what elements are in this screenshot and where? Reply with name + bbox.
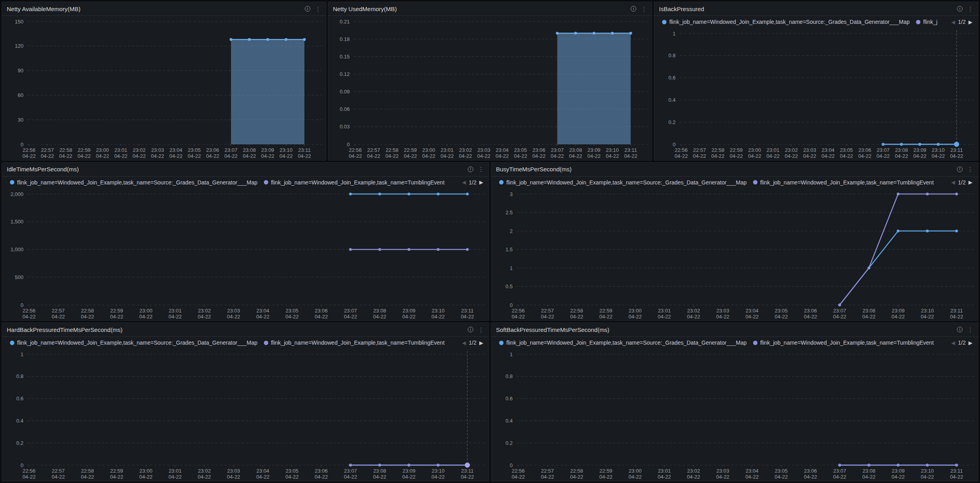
legend-next-icon[interactable] — [968, 340, 972, 345]
kebab-menu-icon[interactable] — [967, 6, 973, 12]
svg-text:23:11: 23:11 — [461, 308, 474, 314]
legend-item[interactable]: flink_job_name=Windowed_Join_Example,tas… — [753, 179, 934, 186]
info-icon[interactable] — [957, 327, 963, 332]
info-icon[interactable] — [468, 327, 473, 332]
panel-header-actions — [468, 166, 484, 172]
svg-text:04-22: 04-22 — [285, 474, 298, 480]
svg-text:0.8: 0.8 — [668, 52, 676, 58]
svg-text:04-22: 04-22 — [541, 314, 554, 320]
panel-netty-used-memory: Netty UsedMemory(MB) 00.030.060.090.120.… — [328, 2, 653, 161]
time-series-plot[interactable]: 00.20.40.60.8122:5604-2222:5704-2222:580… — [491, 349, 978, 481]
legend-label: flink_j — [923, 19, 937, 25]
series-color-dot-icon — [264, 180, 268, 184]
svg-text:23:11: 23:11 — [624, 147, 637, 153]
svg-text:04-22: 04-22 — [785, 153, 798, 159]
svg-text:23:10: 23:10 — [921, 308, 934, 314]
legend-prev-icon[interactable] — [462, 340, 466, 345]
info-icon[interactable] — [305, 6, 310, 12]
info-icon[interactable] — [468, 167, 473, 172]
info-icon[interactable] — [957, 167, 963, 172]
kebab-menu-icon[interactable] — [315, 6, 321, 12]
svg-text:04-22: 04-22 — [133, 153, 146, 159]
legend-next-icon[interactable] — [479, 340, 483, 345]
svg-text:23:05: 23:05 — [775, 468, 788, 474]
svg-text:04-22: 04-22 — [675, 153, 688, 159]
time-series-plot[interactable]: 030609012015022:5604-2222:5704-2222:5804… — [2, 16, 326, 160]
svg-text:22:59: 22:59 — [730, 147, 743, 153]
legend-item[interactable]: flink_job_name=Windowed_Join_Example,tas… — [499, 339, 747, 346]
time-series-plot[interactable]: 00.030.060.090.120.150.180.2122:5604-222… — [328, 16, 652, 160]
legend-next-icon[interactable] — [479, 180, 483, 185]
kebab-menu-icon[interactable] — [478, 166, 484, 172]
svg-text:3: 3 — [510, 191, 513, 197]
time-series-plot[interactable]: 05001,0001,5002,00022:5604-2222:5704-222… — [2, 188, 489, 321]
legend-prev-icon[interactable] — [462, 180, 466, 185]
legend-item[interactable]: flink_job_name=Windowed_Join_Example,tas… — [753, 339, 934, 346]
svg-text:04-22: 04-22 — [285, 314, 298, 320]
legend-next-icon[interactable] — [968, 180, 972, 185]
svg-text:23:03: 23:03 — [716, 468, 729, 474]
legend-item[interactable]: flink_job_name=Windowed_Join_Example,tas… — [264, 179, 445, 186]
svg-text:2.5: 2.5 — [505, 209, 513, 215]
svg-text:23:11: 23:11 — [951, 147, 963, 153]
svg-text:23:05: 23:05 — [514, 147, 527, 153]
svg-text:23:11: 23:11 — [461, 468, 474, 474]
panel-title[interactable]: SoftBackPressuredTimeMsPerSecond(ms) — [496, 326, 609, 333]
legend-item[interactable]: flink_j — [916, 19, 937, 25]
legend-page-indicator: 1/2 — [469, 339, 476, 346]
legend-page-indicator: 1/2 — [958, 339, 966, 346]
legend-next-icon[interactable] — [968, 19, 972, 25]
panel-title[interactable]: BusyTimeMsPerSecond(ms) — [496, 166, 571, 173]
legend-prev-icon[interactable] — [951, 340, 955, 345]
svg-text:04-22: 04-22 — [227, 314, 240, 320]
svg-text:23:10: 23:10 — [432, 468, 445, 474]
legend-prev-icon[interactable] — [951, 180, 955, 185]
svg-text:23:06: 23:06 — [858, 147, 872, 153]
legend-item[interactable]: flink_job_name=Windowed_Join_Example,tas… — [499, 179, 747, 186]
svg-text:04-22: 04-22 — [587, 153, 600, 159]
svg-text:23:11: 23:11 — [298, 147, 311, 153]
svg-text:23:07: 23:07 — [551, 147, 564, 153]
svg-text:500: 500 — [15, 274, 23, 280]
legend-prev-icon[interactable] — [951, 19, 955, 25]
series-color-dot-icon — [753, 180, 757, 184]
info-icon[interactable] — [631, 6, 636, 12]
legend-item[interactable]: flink_job_name=Windowed_Join_Example,tas… — [10, 179, 258, 186]
legend-item[interactable]: flink_job_name=Windowed_Join_Example,tas… — [264, 339, 445, 346]
panel-title[interactable]: IsBackPressured — [659, 6, 704, 12]
time-series-plot[interactable]: 00.20.40.60.8122:5604-2222:5704-2222:580… — [654, 28, 978, 160]
svg-text:0.4: 0.4 — [16, 418, 23, 424]
kebab-menu-icon[interactable] — [967, 166, 973, 172]
panel-header: Netty UsedMemory(MB) — [328, 2, 652, 16]
legend: flink_job_name=Windowed_Join_Example,tas… — [2, 177, 489, 188]
panel-title[interactable]: Netty AvailableMemory(MB) — [7, 6, 81, 12]
svg-text:22:56: 22:56 — [512, 308, 525, 314]
svg-text:1: 1 — [510, 265, 513, 271]
svg-text:22:56: 22:56 — [23, 308, 36, 314]
svg-text:04-22: 04-22 — [687, 474, 700, 480]
kebab-menu-icon[interactable] — [478, 327, 484, 333]
time-series-plot[interactable]: 00.20.40.60.8122:5604-2222:5704-2222:580… — [2, 349, 489, 481]
svg-text:0.06: 0.06 — [339, 106, 349, 112]
svg-text:04-22: 04-22 — [198, 474, 211, 480]
kebab-menu-icon[interactable] — [967, 327, 973, 333]
panel-title[interactable]: HardBackPressuredTimeMsPerSecond(ms) — [7, 326, 122, 333]
panel-hard-back-pressured: HardBackPressuredTimeMsPerSecond(ms) fli… — [2, 322, 489, 481]
svg-text:04-22: 04-22 — [344, 474, 357, 480]
svg-text:23:00: 23:00 — [139, 308, 153, 314]
svg-text:23:01: 23:01 — [168, 308, 182, 314]
svg-text:04-22: 04-22 — [461, 474, 474, 480]
svg-text:23:03: 23:03 — [716, 308, 729, 314]
svg-text:04-22: 04-22 — [496, 153, 509, 159]
kebab-menu-icon[interactable] — [641, 6, 647, 12]
svg-text:22:58: 22:58 — [570, 308, 583, 314]
panel-title[interactable]: IdleTimeMsPerSecond(ms) — [7, 166, 79, 173]
legend-item[interactable]: flink_job_name=Windowed_Join_Example,tas… — [10, 339, 258, 346]
panel-title[interactable]: Netty UsedMemory(MB) — [333, 6, 397, 12]
svg-text:04-22: 04-22 — [41, 153, 54, 159]
svg-text:04-22: 04-22 — [658, 314, 671, 320]
time-series-plot[interactable]: 00.511.522.5322:5604-2222:5704-2222:5804… — [491, 188, 978, 321]
info-icon[interactable] — [957, 6, 963, 12]
svg-text:2: 2 — [510, 228, 513, 234]
legend-item[interactable]: flink_job_name=Windowed_Join_Example,tas… — [662, 19, 910, 25]
